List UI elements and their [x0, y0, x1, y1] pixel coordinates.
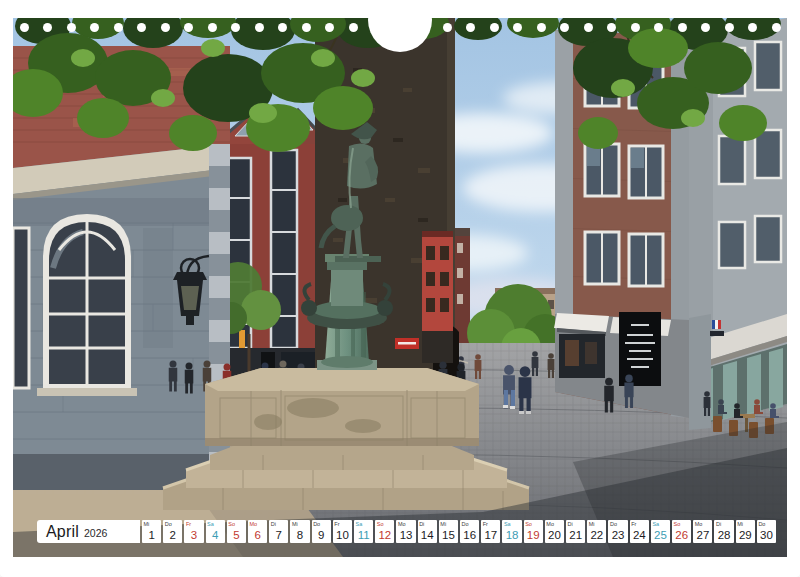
- day-number: 25: [651, 529, 670, 541]
- day-cell-15: Mi15: [439, 520, 458, 543]
- day-number: 9: [312, 529, 331, 541]
- binding-hole: [161, 23, 170, 32]
- binding-hole: [631, 23, 640, 32]
- day-number: 10: [333, 529, 352, 541]
- day-cell-22: Mi22: [587, 520, 606, 543]
- day-weekday: Fr: [334, 521, 339, 527]
- day-cell-4: Sa4: [206, 520, 225, 543]
- binding-hole: [255, 23, 264, 32]
- day-weekday: Mo: [250, 521, 258, 527]
- binding-hole: [67, 23, 76, 32]
- day-cell-25: Sa25: [651, 520, 670, 543]
- day-weekday: Mo: [695, 521, 703, 527]
- day-weekday: Di: [568, 521, 573, 527]
- day-cell-30: Do30: [757, 520, 776, 543]
- day-number: 1: [142, 529, 161, 541]
- day-cell-2: Do2: [163, 520, 182, 543]
- month-label: April: [46, 523, 79, 541]
- day-weekday: Mi: [144, 521, 150, 527]
- day-cell-13: Mo13: [396, 520, 415, 543]
- day-cell-14: Di14: [418, 520, 437, 543]
- binding-hole: [466, 23, 475, 32]
- day-cell-18: Sa18: [502, 520, 521, 543]
- day-cell-12: So12: [375, 520, 394, 543]
- binding-hole: [231, 23, 240, 32]
- day-number: 21: [566, 529, 585, 541]
- day-weekday: Fr: [483, 521, 488, 527]
- binding-hole: [584, 23, 593, 32]
- day-number: 2: [163, 529, 182, 541]
- day-cell-26: So26: [672, 520, 691, 543]
- day-weekday: Mi: [292, 521, 298, 527]
- day-cell-23: Do23: [608, 520, 627, 543]
- day-cell-3: Fr3: [184, 520, 203, 543]
- day-weekday: Sa: [652, 521, 659, 527]
- day-cell-28: Di28: [714, 520, 733, 543]
- day-number: 29: [736, 529, 755, 541]
- day-cell-20: Mo20: [545, 520, 564, 543]
- day-weekday: So: [228, 521, 235, 527]
- day-number: 8: [290, 529, 309, 541]
- day-number: 16: [460, 529, 479, 541]
- binding-hole: [513, 23, 522, 32]
- day-number: 14: [418, 529, 437, 541]
- day-weekday: Sa: [504, 521, 511, 527]
- day-weekday: Fr: [186, 521, 191, 527]
- day-cell-10: Fr10: [333, 520, 352, 543]
- year-label: 2026: [84, 527, 107, 539]
- binding-hole: [20, 23, 29, 32]
- day-number: 5: [227, 529, 246, 541]
- calendar-strip: April 2026 Mi1Do2Fr3Sa4So5Mo6Di7Mi8Do9Fr…: [37, 520, 776, 543]
- day-weekday: Mo: [546, 521, 554, 527]
- day-cell-7: Di7: [269, 520, 288, 543]
- day-number: 24: [630, 529, 649, 541]
- binding-hole: [490, 23, 499, 32]
- binding-hole: [678, 23, 687, 32]
- day-number: 13: [396, 529, 415, 541]
- day-number: 12: [375, 529, 394, 541]
- shop-sign: [619, 312, 661, 386]
- day-weekday: Mi: [440, 521, 446, 527]
- day-cell-1: Mi1: [142, 520, 161, 543]
- day-weekday: Do: [758, 521, 765, 527]
- day-cell-17: Fr17: [481, 520, 500, 543]
- binding-hole: [208, 23, 217, 32]
- day-weekday: Mi: [589, 521, 595, 527]
- binding-hole: [772, 23, 781, 32]
- day-weekday: Mi: [737, 521, 743, 527]
- fountain: [163, 368, 529, 510]
- binding-hole: [654, 23, 663, 32]
- day-number: 23: [608, 529, 627, 541]
- day-weekday: Sa: [207, 521, 214, 527]
- binding-hole: [302, 23, 311, 32]
- day-cell-9: Do9: [312, 520, 331, 543]
- day-weekday: So: [525, 521, 532, 527]
- binding-hole: [90, 23, 99, 32]
- binding-hole: [748, 23, 757, 32]
- day-weekday: Do: [313, 521, 320, 527]
- day-cell-27: Mo27: [693, 520, 712, 543]
- day-number: 28: [714, 529, 733, 541]
- day-cells: Mi1Do2Fr3Sa4So5Mo6Di7Mi8Do9Fr10Sa11So12M…: [142, 520, 776, 543]
- day-weekday: Sa: [356, 521, 363, 527]
- day-weekday: Di: [716, 521, 721, 527]
- day-number: 18: [502, 529, 521, 541]
- day-number: 27: [693, 529, 712, 541]
- day-cell-11: Sa11: [354, 520, 373, 543]
- binding-hole: [184, 23, 193, 32]
- day-cell-5: So5: [227, 520, 246, 543]
- day-number: 15: [439, 529, 458, 541]
- day-number: 7: [269, 529, 288, 541]
- day-weekday: Di: [419, 521, 424, 527]
- city-square-scene: [13, 18, 787, 557]
- day-number: 22: [587, 529, 606, 541]
- day-cell-8: Mi8: [290, 520, 309, 543]
- day-weekday: Di: [271, 521, 276, 527]
- day-weekday: Mo: [398, 521, 406, 527]
- day-number: 20: [545, 529, 564, 541]
- calendar-photo: [13, 18, 787, 557]
- binding-hole: [349, 23, 358, 32]
- day-cell-19: So19: [524, 520, 543, 543]
- day-number: 3: [184, 529, 203, 541]
- binding-hole: [443, 23, 452, 32]
